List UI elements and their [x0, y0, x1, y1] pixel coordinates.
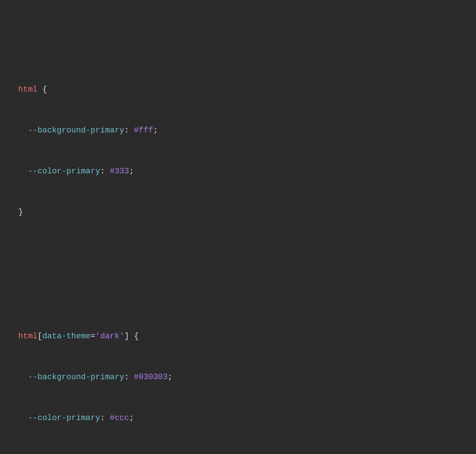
section-2: html[data-theme='dark'] { --background-p…: [18, 302, 458, 454]
brace-close: }: [18, 208, 23, 217]
line-close-2: }: [18, 452, 458, 454]
brace-open: {: [134, 332, 139, 341]
line-selector-1: html {: [18, 83, 458, 96]
attr-value: 'dark': [95, 332, 124, 341]
property-name: --background-primary: [28, 373, 124, 382]
line-property-2: --color-primary: #333;: [18, 165, 458, 178]
brace-open: {: [42, 85, 47, 94]
value-hex: #fff: [134, 126, 153, 135]
selector-text: html: [18, 332, 38, 341]
code-editor: html { --background-primary: #fff; --col…: [18, 15, 458, 454]
line-property-3: --background-primary: #030303;: [18, 370, 458, 384]
semicolon: ;: [129, 413, 134, 423]
value-hex: #030303: [134, 373, 168, 382]
line-close-1: }: [18, 205, 458, 219]
semicolon: ;: [129, 167, 134, 176]
line-property-4: --color-primary: #ccc;: [18, 411, 458, 425]
equals: =: [91, 332, 95, 341]
colon: :: [124, 373, 134, 382]
line-selector-2: html[data-theme='dark'] {: [18, 330, 458, 343]
colon: :: [100, 413, 110, 423]
line-property-1: --background-primary: #fff;: [18, 124, 458, 137]
semicolon: ;: [153, 126, 158, 135]
property-name: --background-primary: [28, 126, 124, 135]
colon: :: [124, 126, 134, 135]
value-hex: #ccc: [110, 413, 129, 423]
bracket-open: [: [38, 332, 42, 341]
attr-name: data-theme: [42, 332, 91, 341]
property-name: --color-primary: [28, 413, 100, 423]
semicolon: ;: [168, 373, 172, 382]
property-name: --color-primary: [28, 167, 100, 176]
bracket-close: ]: [124, 332, 129, 341]
value-hex: #333: [110, 167, 129, 176]
selector-text: html: [18, 85, 38, 94]
section-1: html { --background-primary: #fff; --col…: [18, 55, 458, 246]
colon: :: [100, 167, 110, 176]
